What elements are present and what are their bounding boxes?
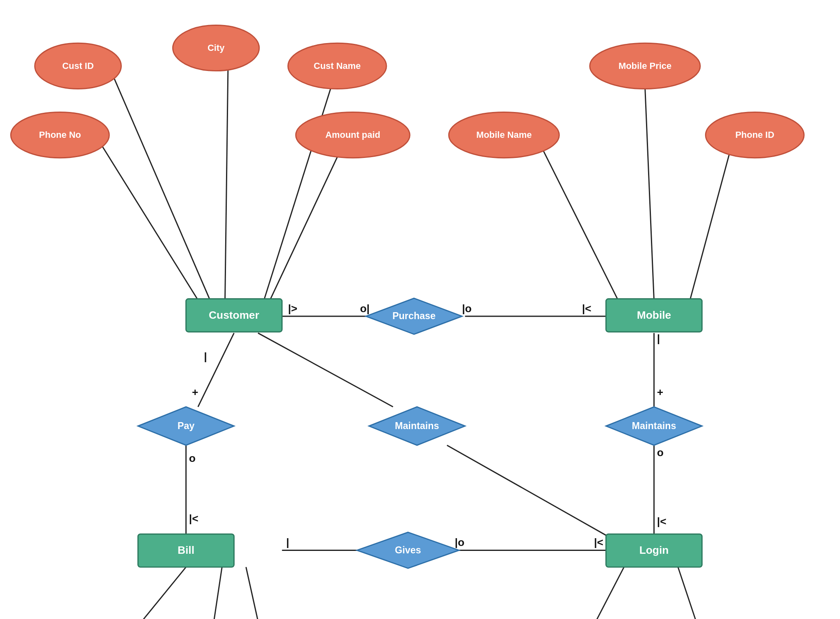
attr-city-label: City bbox=[208, 43, 225, 53]
rel-gives-label: Gives bbox=[395, 545, 421, 555]
card-maintains-right-bot: o bbox=[657, 446, 664, 459]
attr-mobile-price-label: Mobile Price bbox=[619, 61, 671, 71]
card-mobile-maintains: | bbox=[657, 332, 660, 345]
card-maintains-right-top: + bbox=[657, 386, 663, 398]
line-customer-pay-top bbox=[198, 333, 234, 407]
entity-bill-label: Bill bbox=[178, 544, 194, 556]
line-phoneid-mobile bbox=[690, 144, 732, 300]
attr-cust-id-label: Cust ID bbox=[62, 61, 94, 71]
line-login-pw bbox=[678, 567, 705, 619]
card-bill-gives: | bbox=[286, 536, 289, 548]
line-customer-maintains bbox=[258, 333, 393, 407]
card-purchase-right: |o bbox=[462, 302, 471, 315]
card-mobile-purchase-right: |< bbox=[582, 302, 591, 315]
card-login-maintains-right: |< bbox=[657, 515, 667, 528]
card-customer-purchase-left: |> bbox=[288, 302, 297, 315]
card-pay-top: + bbox=[192, 386, 198, 398]
attr-amount-paid-label: Amount paid bbox=[325, 130, 380, 140]
rel-maintains-right-label: Maintains bbox=[632, 420, 676, 431]
card-pay-bottom: o bbox=[189, 452, 196, 464]
card-login-gives-right: |< bbox=[594, 536, 603, 548]
card-purchase-left: o| bbox=[360, 302, 370, 315]
attr-phone-no-label: Phone No bbox=[39, 130, 81, 140]
rel-maintains-left-label: Maintains bbox=[395, 420, 439, 431]
attr-phone-id-label: Phone ID bbox=[735, 130, 774, 140]
card-customer-pay: | bbox=[204, 350, 207, 363]
line-city-customer bbox=[225, 69, 228, 300]
line-bill-price bbox=[120, 567, 186, 619]
line-bill-bid bbox=[204, 567, 222, 619]
line-mobilename-mobile bbox=[540, 144, 618, 300]
entity-customer-label: Customer bbox=[209, 309, 259, 321]
rel-purchase-label: Purchase bbox=[393, 311, 436, 321]
line-login-adminid bbox=[582, 567, 624, 619]
attr-mobile-name-label: Mobile Name bbox=[476, 130, 532, 140]
line-custname-customer bbox=[264, 81, 333, 300]
attr-cust-name-top-label: Cust Name bbox=[314, 61, 361, 71]
card-gives-login-left: |o bbox=[455, 536, 464, 548]
line-amountpaid-customer bbox=[270, 147, 342, 300]
card-bill-top: |< bbox=[189, 512, 199, 525]
entity-login-label: Login bbox=[639, 544, 669, 556]
line-maintains-login bbox=[447, 445, 606, 535]
line-phoneno-customer bbox=[99, 141, 198, 300]
line-bill-custname bbox=[246, 567, 264, 619]
entity-mobile-label: Mobile bbox=[637, 309, 671, 321]
line-mobileprice-mobile bbox=[645, 87, 654, 300]
er-diagram: |> o| |o |< | + o |< | |o |< | + o |< Cu… bbox=[0, 0, 840, 619]
rel-pay-label: Pay bbox=[178, 420, 195, 431]
